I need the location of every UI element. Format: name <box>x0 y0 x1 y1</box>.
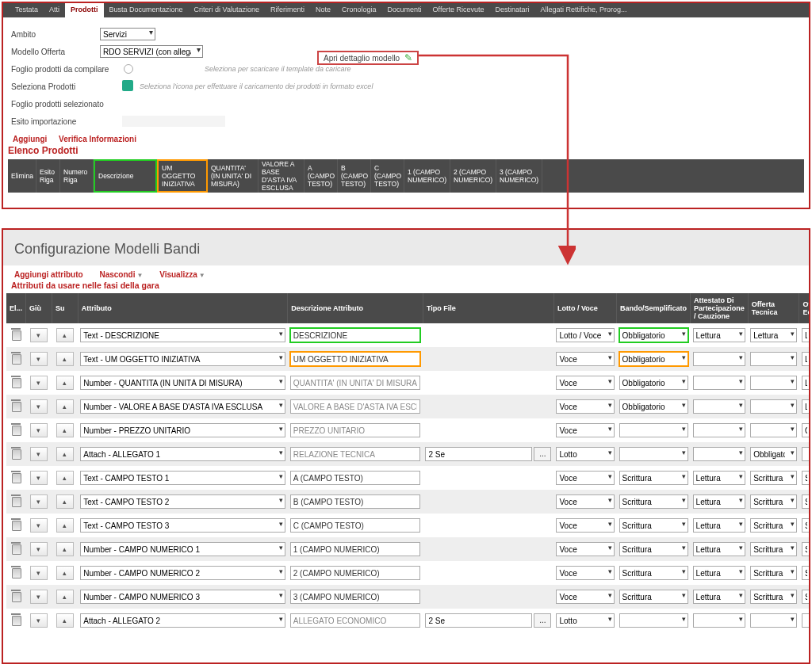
move-down-button[interactable]: ▾ <box>30 352 48 366</box>
tab-documenti[interactable]: Documenti <box>382 3 427 17</box>
cell-select[interactable] <box>750 399 797 414</box>
cell-select[interactable] <box>750 613 797 628</box>
cell-select[interactable]: Lettura <box>693 494 746 509</box>
cell-select[interactable]: Text - CAMPO TESTO 1 <box>80 471 285 485</box>
desc-input[interactable] <box>290 518 421 533</box>
delete-row-icon[interactable] <box>10 352 21 365</box>
tipofile-browse-button[interactable]: ... <box>534 613 551 628</box>
add-row-link[interactable]: Aggiungi <box>13 135 47 143</box>
cell-select[interactable]: Voce <box>556 399 614 414</box>
move-up-button[interactable]: ▴ <box>56 399 74 414</box>
move-down-button[interactable]: ▾ <box>30 590 48 604</box>
cell-select[interactable]: Text - UM OGGETTO INIZIATIVA <box>80 352 285 366</box>
tipofile-input[interactable] <box>425 613 532 628</box>
cell-select[interactable]: Scrittura <box>619 542 688 556</box>
tab-atti[interactable]: Atti <box>44 3 65 17</box>
cell-select[interactable]: Lotto <box>556 613 614 628</box>
cell-select[interactable]: Obbligatorio <box>619 376 688 390</box>
move-up-button[interactable]: ▴ <box>56 423 74 437</box>
move-up-button[interactable]: ▴ <box>56 566 74 580</box>
upload-excel-icon[interactable] <box>122 80 133 91</box>
tab-note[interactable]: Note <box>310 3 336 17</box>
move-up-button[interactable]: ▴ <box>56 542 74 556</box>
cell-select[interactable]: Voce <box>556 566 614 580</box>
move-up-button[interactable]: ▴ <box>56 518 74 533</box>
cell-select[interactable]: Voce <box>556 518 614 533</box>
tab-offerte-ricevute[interactable]: Offerte Ricevute <box>427 3 490 17</box>
move-down-button[interactable]: ▾ <box>30 376 48 390</box>
cell-select[interactable]: Text - CAMPO TESTO 3 <box>80 518 285 533</box>
delete-row-icon[interactable] <box>10 542 21 555</box>
cell-select[interactable]: Voce <box>556 423 614 437</box>
cell-select[interactable]: Let <box>802 376 810 390</box>
cell-select[interactable] <box>693 376 746 390</box>
cell-select[interactable]: Scr <box>802 471 810 485</box>
cell-select[interactable]: Obbligatorio <box>750 447 797 461</box>
tab-testata[interactable]: Testata <box>10 3 44 17</box>
cell-select[interactable]: Lettura <box>693 590 746 604</box>
open-model-detail-link[interactable]: Apri dettaglio modello <box>324 54 400 63</box>
move-down-button[interactable]: ▾ <box>30 471 48 485</box>
desc-input[interactable] <box>290 613 421 628</box>
cell-select[interactable] <box>693 352 746 366</box>
cell-select[interactable]: Scrittura <box>750 518 797 533</box>
cell-select[interactable]: Voce <box>556 352 614 366</box>
hide-link[interactable]: Nascondi▼ <box>99 270 143 279</box>
cell-select[interactable] <box>750 352 797 366</box>
cell-select[interactable]: Scrittura <box>750 494 797 509</box>
cell-select[interactable] <box>693 423 746 437</box>
move-down-button[interactable]: ▾ <box>30 518 48 533</box>
cell-select[interactable]: Text - DESCRIZIONE <box>80 328 285 342</box>
desc-input[interactable] <box>290 399 421 414</box>
cell-select[interactable] <box>750 376 797 390</box>
cell-select[interactable]: Voce <box>556 542 614 556</box>
desc-input[interactable] <box>290 447 421 461</box>
move-down-button[interactable]: ▾ <box>30 447 48 461</box>
move-down-button[interactable]: ▾ <box>30 399 48 414</box>
cell-select[interactable]: Voce <box>556 590 614 604</box>
cell-select[interactable] <box>693 399 746 414</box>
cell-select[interactable]: Attach - ALLEGATO 2 <box>80 613 285 628</box>
cell-select[interactable]: Scrittura <box>750 471 797 485</box>
desc-input[interactable] <box>290 352 421 366</box>
delete-row-icon[interactable] <box>10 328 21 341</box>
desc-input[interactable] <box>290 328 421 342</box>
delete-row-icon[interactable] <box>10 518 21 531</box>
delete-row-icon[interactable] <box>10 399 21 412</box>
cell-select[interactable]: Obbligatorio <box>619 328 688 342</box>
cell-select[interactable]: Lettura <box>693 542 746 556</box>
delete-row-icon[interactable] <box>10 376 21 388</box>
move-up-button[interactable]: ▴ <box>56 613 74 628</box>
move-down-button[interactable]: ▾ <box>30 423 48 437</box>
cell-select[interactable]: Lettura <box>750 328 797 342</box>
move-up-button[interactable]: ▴ <box>56 352 74 366</box>
cell-select[interactable]: Voce <box>556 471 614 485</box>
delete-row-icon[interactable] <box>10 566 21 578</box>
cell-select[interactable]: Number - QUANTITA (IN UNITÀ DI MISURA) <box>80 376 285 390</box>
download-template-icon[interactable] <box>124 64 133 74</box>
tab-prodotti[interactable]: Prodotti <box>65 3 104 17</box>
cell-select[interactable]: Lettura <box>693 328 746 342</box>
cell-select[interactable] <box>693 447 746 461</box>
select-modello[interactable]: RDO SERVIZI (con allegato tecnico) <box>100 45 203 58</box>
select-ambito[interactable]: Servizi <box>100 28 155 40</box>
delete-row-icon[interactable] <box>10 447 21 460</box>
cell-select[interactable]: Scrittura <box>619 518 688 533</box>
cell-select[interactable]: Voce <box>556 494 614 509</box>
tab-cronologia[interactable]: Cronologia <box>336 3 382 17</box>
move-up-button[interactable]: ▴ <box>56 590 74 604</box>
cell-select[interactable]: Scrittura <box>619 471 688 485</box>
desc-input[interactable] <box>290 542 421 556</box>
add-attribute-link[interactable]: Aggiungi attributo <box>14 270 83 279</box>
delete-row-icon[interactable] <box>10 590 21 602</box>
cell-select[interactable] <box>619 423 688 437</box>
cell-select[interactable] <box>750 423 797 437</box>
cell-select[interactable]: Lettura <box>693 471 746 485</box>
cell-select[interactable]: Let <box>802 399 810 414</box>
desc-input[interactable] <box>290 566 421 580</box>
cell-select[interactable]: Let <box>802 352 810 366</box>
cell-select[interactable]: Scrittura <box>750 590 797 604</box>
cell-select[interactable]: Let <box>802 328 810 342</box>
cell-select[interactable] <box>619 447 688 461</box>
cell-select[interactable]: Number - PREZZO UNITARIO <box>80 423 285 437</box>
